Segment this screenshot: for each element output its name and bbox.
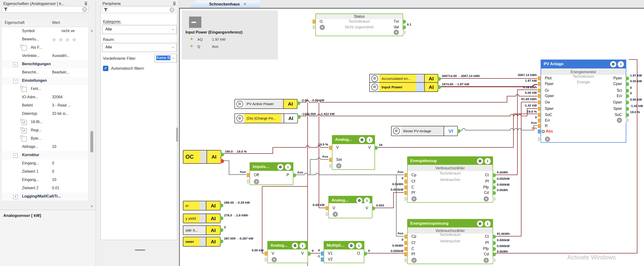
property-value[interactable]: 32-bit si... <box>52 112 68 116</box>
function-block-f4[interactable]: Energiebezug⚙iVerbrauchszählerTechnikrau… <box>407 156 493 203</box>
input-connector-Cp[interactable] <box>404 235 408 239</box>
function-block-f5[interactable]: Energieeinspeisung⚙iVerbrauchszählerTech… <box>407 219 493 264</box>
input-connector-Cf[interactable] <box>404 241 408 245</box>
input-connector-Abs[interactable] <box>538 130 541 133</box>
gear-icon[interactable]: ⚙ <box>371 84 378 91</box>
block-header[interactable]: Analog...⚙i <box>268 242 308 250</box>
filter-clear-icon[interactable]: × <box>82 7 87 12</box>
property-row[interactable]: Eingang...0 <box>2 159 88 168</box>
input-connector-Cf[interactable] <box>404 180 408 184</box>
gear-icon[interactable]: ⚙ <box>393 128 400 134</box>
property-checkbox[interactable] <box>22 46 27 51</box>
input-connector-plus[interactable] <box>247 180 250 184</box>
gear-icon[interactable]: ⚙ <box>292 243 298 249</box>
info-icon[interactable]: i <box>285 164 291 170</box>
properties-filter-field[interactable]: × <box>2 6 88 13</box>
program-canvas[interactable]: Input Power (Eingangsreferenz) + AQ 1.97… <box>179 8 644 266</box>
gear-icon[interactable]: ⚙ <box>371 75 378 82</box>
property-group-row[interactable]: −Korrektur <box>2 151 88 160</box>
info-icon[interactable]: i <box>364 197 370 204</box>
property-group-row[interactable]: +Logging/Mail/Call/Tr... <box>2 193 88 201</box>
gear-icon[interactable]: ⚙ <box>477 158 483 164</box>
scrollbar-thumb[interactable] <box>90 131 93 152</box>
raum-dropdown[interactable]: Alle ⌄ <box>102 43 176 52</box>
input-connector-V1[interactable] <box>321 252 324 256</box>
column-eigenschaft[interactable]: Eigenschaft <box>5 20 24 25</box>
input-connector-I1[interactable] <box>312 20 316 24</box>
function-block-f7[interactable]: Multipli...⚙iV10V2-1O0 <box>324 241 364 263</box>
property-value[interactable]: Auswähl... <box>52 54 70 58</box>
function-block-f2[interactable]: Impuls...⚙iOffAus+PAus <box>250 162 293 185</box>
property-value[interactable]: 0 <box>52 161 54 165</box>
block-header[interactable]: PV Anlage⚙i <box>541 60 626 69</box>
property-row[interactable]: Zielwert 10 <box>2 168 88 176</box>
input-connector-Gi[interactable] <box>538 89 541 93</box>
add-input-button[interactable]: + <box>272 257 277 262</box>
function-block-f3[interactable]: Analog...⚙iV0.00 kW+V0.002 <box>328 196 372 218</box>
input-connector-Pf[interactable] <box>404 191 408 195</box>
property-checkbox[interactable] <box>22 136 27 141</box>
property-row[interactable]: Befehl3 - Read ... <box>2 102 88 110</box>
panel-splitter-handle[interactable] <box>135 250 145 251</box>
input-connector-Set[interactable] <box>329 158 333 162</box>
kategorie-dropdown[interactable]: Alle ⌄ <box>102 25 176 34</box>
block-header[interactable]: Multipli...⚙i <box>324 242 364 250</box>
property-value[interactable]: 3 - Read ... <box>52 103 71 108</box>
input-connector-V[interactable] <box>264 252 268 256</box>
property-row[interactable]: Datentyp32-bit si... <box>2 110 88 118</box>
function-block-f6[interactable]: Analog...⚙iV0.00 kW+V0 <box>267 241 308 263</box>
tab-close-icon[interactable]: × <box>244 2 246 6</box>
scroll-up-icon[interactable]: ▲ <box>90 29 94 32</box>
property-value[interactable]: 10 <box>52 144 56 149</box>
input-connector-plus[interactable] <box>312 25 316 29</box>
property-row[interactable]: ✓Regi... <box>2 126 88 135</box>
block-header[interactable]: Analog...⚙i <box>332 135 374 144</box>
input-connector-V[interactable] <box>326 206 329 210</box>
group-expander-icon[interactable]: − <box>13 79 18 83</box>
gear-icon[interactable]: ⚙ <box>356 197 362 204</box>
block-header[interactable]: Energieeinspeisung⚙i <box>408 219 492 228</box>
gear-icon[interactable]: ⚙ <box>236 115 243 122</box>
property-checkbox[interactable]: ✓ <box>22 128 27 133</box>
sensor-block-s_er[interactable]: erAI286.00 →0.29 kW <box>183 201 220 211</box>
input-connector-Ppwr[interactable] <box>538 82 541 86</box>
input-connector-plus[interactable] <box>329 164 333 168</box>
sensor-block-s_ower[interactable]: owerAI287.000 →0.287 kW <box>183 237 220 247</box>
add-input-button[interactable]: + <box>412 258 417 263</box>
info-icon[interactable]: i <box>484 158 491 164</box>
add-input-button[interactable]: + <box>545 136 550 142</box>
input-connector-Gpwr[interactable] <box>538 94 541 98</box>
function-block-f1[interactable]: Analog...⚙iV19.0 %SetAus+V19 <box>332 135 375 170</box>
group-expander-icon[interactable]: − <box>13 153 18 158</box>
pin-icon[interactable] <box>84 2 88 6</box>
sensor-block-s_soc[interactable]: OCAI190.0 →19.0 % <box>183 150 221 164</box>
scroll-down-icon[interactable]: ▼ <box>90 205 94 208</box>
vordefinierte-filter-dropdown[interactable]: Keine B ⌄ <box>154 54 177 62</box>
input-connector-plus[interactable] <box>326 212 329 216</box>
property-row[interactable]: ✓16-Bi... <box>2 118 88 127</box>
block-header[interactable]: Analog...⚙i <box>329 196 372 203</box>
input-connector-V[interactable] <box>329 146 333 150</box>
auto-filter-checkbox[interactable]: ✓ <box>103 66 108 71</box>
input-connector-SoC[interactable] <box>538 113 541 117</box>
gear-icon[interactable]: ⚙ <box>277 164 284 170</box>
property-row[interactable]: Eingang...10 <box>2 176 88 184</box>
gear-icon[interactable]: ⚙ <box>348 243 354 249</box>
property-row[interactable]: IO-Adre...32064 <box>2 93 88 102</box>
sensor-block-s_inp[interactable]: ⚙Input PowerAI1974.00 →1.97 kW <box>369 82 438 92</box>
block-header[interactable]: Impuls...⚙i <box>250 163 293 171</box>
add-input-button[interactable]: + <box>412 196 417 202</box>
properties-scrollbar[interactable]: ▲ ▼ <box>90 27 94 209</box>
input-connector-plus[interactable] <box>538 137 541 141</box>
add-output-button[interactable]: + <box>394 30 399 35</box>
input-connector-Ge[interactable] <box>538 100 541 104</box>
info-icon[interactable]: i <box>618 61 624 67</box>
property-value[interactable]: Bearbeit... <box>52 70 69 74</box>
input-connector-Spwr[interactable] <box>538 107 541 111</box>
property-row[interactable]: Bewertu...☆ ☆ ☆ ☆ <box>2 35 88 44</box>
property-value[interactable]: 10 <box>52 178 56 182</box>
add-output-button[interactable]: + <box>484 196 489 202</box>
add-input-button[interactable]: + <box>333 212 338 217</box>
input-connector-C[interactable] <box>404 247 408 251</box>
property-group-row[interactable]: −Berechtigungen <box>2 60 88 69</box>
